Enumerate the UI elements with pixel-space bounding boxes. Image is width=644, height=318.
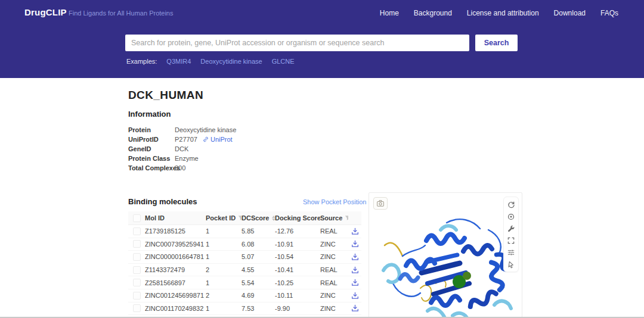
- download-button[interactable]: [351, 304, 359, 312]
- nav-background[interactable]: Background: [414, 9, 452, 17]
- example-link-glcne[interactable]: GLCNE: [272, 58, 295, 65]
- download-icon: [351, 279, 359, 286]
- select-all-checkbox[interactable]: [133, 214, 141, 222]
- field-label: Total Complexes: [128, 164, 175, 172]
- row-checkbox[interactable]: [133, 266, 141, 274]
- source-cell: ZINC: [320, 241, 336, 248]
- example-link-q3mir4[interactable]: Q3MIR4: [166, 58, 191, 65]
- selection-mode-button[interactable]: [504, 258, 518, 270]
- field-value: P27707: [175, 136, 197, 143]
- source-cell: REAL: [320, 279, 338, 286]
- col-dcscore: DCScore: [242, 214, 269, 222]
- nav-license[interactable]: License and attribution: [467, 9, 539, 17]
- source-cell: ZINC: [320, 305, 336, 312]
- info-row-uniprotid: UniProtID P27707 UniProt: [128, 135, 236, 144]
- dcscore-cell: 4.69: [242, 292, 254, 299]
- app-logo[interactable]: DrugCLIP: [24, 7, 67, 17]
- nav-faqs[interactable]: FAQs: [600, 9, 618, 17]
- docking-score-cell: -10.11: [275, 292, 293, 299]
- expand-button[interactable]: [504, 235, 518, 246]
- row-checkbox[interactable]: [133, 279, 141, 286]
- sliders-icon: [507, 248, 515, 257]
- table-header-row: Mol ID Pocket ID DCScore Docking Score S…: [128, 211, 361, 225]
- download-icon: [351, 292, 359, 300]
- uniprot-link[interactable]: UniProt: [203, 136, 233, 143]
- mol-id-cell: ZINC001245699871: [145, 292, 204, 299]
- info-row-total-complexes: Total Complexes 300: [128, 163, 236, 173]
- search-input[interactable]: [125, 35, 469, 51]
- dcscore-cell: 4.55: [242, 266, 254, 273]
- nav-home[interactable]: Home: [380, 9, 399, 17]
- col-source: Source: [320, 214, 342, 222]
- source-cell: REAL: [320, 266, 338, 273]
- show-pocket-position-label: Show Pocket Position: [303, 198, 366, 205]
- field-label: UniProtID: [128, 136, 175, 143]
- examples-label: Examples:: [126, 58, 157, 65]
- table-row: Z1739185125 1 5.85 -12.76 REAL: [128, 225, 361, 238]
- docking-score-cell: -10.54: [275, 253, 293, 260]
- pocket-id-cell: 1: [206, 305, 209, 312]
- download-icon: [351, 304, 359, 312]
- viewer-toolbar: [503, 197, 519, 272]
- header: DrugCLIP Find Ligands for All Human Prot…: [0, 0, 644, 78]
- target-icon: [507, 213, 515, 221]
- row-checkbox[interactable]: [133, 304, 141, 312]
- search-examples: Examples: Q3MIR4 Deoxycytidine kinase GL…: [126, 58, 295, 65]
- tools-button[interactable]: [504, 223, 518, 234]
- row-checkbox[interactable]: [133, 253, 141, 261]
- mol-id-cell: ZINC000739525941: [145, 241, 204, 248]
- row-checkbox[interactable]: [133, 240, 141, 248]
- reset-view-button[interactable]: [504, 199, 518, 210]
- download-icon: [351, 253, 359, 261]
- expand-icon: [507, 236, 515, 245]
- mol-id-cell: ZINC001170249832: [145, 305, 203, 312]
- wrench-icon: [507, 225, 515, 233]
- show-pocket-position-link[interactable]: Show Pocket Position ?: [303, 198, 376, 205]
- field-value: Enzyme: [175, 155, 199, 162]
- camera-icon: [376, 199, 385, 207]
- download-button[interactable]: [351, 279, 359, 286]
- row-checkbox[interactable]: [133, 227, 141, 235]
- download-button[interactable]: [351, 253, 359, 261]
- nav-download[interactable]: Download: [554, 9, 586, 17]
- download-button[interactable]: [351, 266, 359, 274]
- target-settings-button[interactable]: [504, 211, 518, 222]
- dcscore-cell: 5.07: [242, 253, 254, 260]
- example-link-deoxycytidine-kinase[interactable]: Deoxycytidine kinase: [200, 58, 262, 65]
- cursor-icon: [507, 260, 515, 269]
- field-label: Protein Class: [128, 155, 175, 162]
- filter-icon[interactable]: [345, 215, 348, 221]
- protein-3d-structure: [369, 193, 522, 318]
- search-button[interactable]: Search: [475, 35, 518, 51]
- dcscore-cell: 5.85: [242, 227, 254, 235]
- mol-id-cell: Z2581566897: [145, 279, 185, 286]
- download-button[interactable]: [351, 240, 359, 248]
- pocket-id-cell: 1: [206, 253, 209, 260]
- structure-viewer[interactable]: [369, 192, 522, 318]
- binding-molecules-heading: Binding molecules: [128, 197, 197, 206]
- field-label: Protein: [128, 126, 175, 133]
- table-body: Z1739185125 1 5.85 -12.76 REAL ZINC00073…: [128, 225, 361, 315]
- source-cell: ZINC: [320, 292, 336, 299]
- link-icon: [203, 136, 209, 142]
- mol-id-cell: Z1143372479: [145, 266, 185, 273]
- download-icon: [351, 266, 359, 274]
- download-icon: [351, 227, 359, 235]
- download-button[interactable]: [351, 227, 359, 235]
- source-cell: ZINC: [320, 253, 336, 260]
- main-nav: Home Background License and attribution …: [380, 9, 618, 17]
- field-label: GeneID: [128, 145, 175, 152]
- camera-button[interactable]: [373, 197, 388, 210]
- download-button[interactable]: [351, 292, 359, 300]
- controls-button[interactable]: [504, 247, 518, 258]
- row-checkbox[interactable]: [133, 292, 141, 300]
- mol-id-cell: Z1739185125: [145, 227, 185, 235]
- pocket-id-cell: 2: [206, 266, 209, 273]
- info-row-geneid: GeneID DCK: [128, 144, 236, 154]
- col-mol-id: Mol ID: [145, 214, 165, 222]
- docking-score-cell: -12.76: [275, 227, 293, 235]
- info-row-protein: Protein Deoxycytidine kinase: [128, 125, 236, 135]
- binding-molecules-table: Mol ID Pocket ID DCScore Docking Score S…: [128, 211, 361, 315]
- docking-score-cell: -9.90: [275, 305, 290, 312]
- source-cell: REAL: [320, 227, 338, 235]
